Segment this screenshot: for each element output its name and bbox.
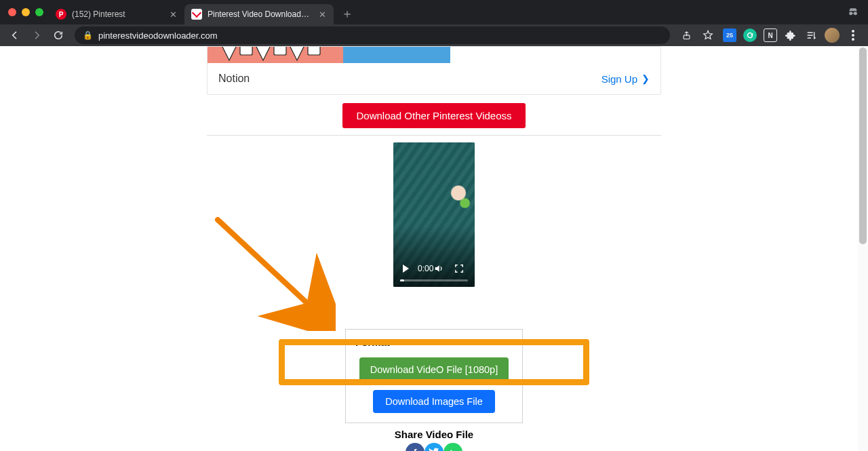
close-icon[interactable]: ✕ [168,9,178,19]
forward-button[interactable] [27,26,46,45]
downloader-icon [191,9,202,20]
share-icons: f [207,443,661,451]
pinterest-icon: P [56,9,66,20]
lock-icon: 🔒 [83,31,93,40]
grammarly-icon[interactable] [743,28,757,42]
profile-avatar[interactable] [825,28,840,43]
back-button[interactable] [5,26,24,45]
browser-tab-downloader[interactable]: Pinterest Video Downloader - D ✕ [184,4,334,24]
svg-point-1 [854,12,857,15]
svg-marker-6 [221,47,237,60]
chevron-right-icon: ❯ [642,73,650,84]
page-content: Notion Sign Up ❯ Download Other Pinteres… [207,46,661,451]
window-controls [5,0,49,24]
notion-icon[interactable]: N [764,28,777,42]
svg-point-4 [852,34,854,37]
format-box: Format Download VideO File [1080p] Downl… [345,329,523,423]
new-tab-button[interactable]: ＋ [338,4,357,23]
svg-marker-7 [255,47,271,60]
video-preview-wrap: 0:00 [207,142,661,287]
format-heading: Format [355,336,513,348]
volume-icon[interactable] [433,263,444,274]
svg-point-0 [849,12,852,15]
twitter-icon[interactable] [425,443,443,451]
reading-list-icon[interactable] [804,28,818,42]
play-icon[interactable] [400,263,411,274]
browser-toolbar: 🔒 pinterestvideodownloader.com 25 N [0,24,868,46]
window-close-button[interactable] [8,8,16,16]
tab-strip: P (152) Pinterest ✕ Pinterest Video Down… [0,0,868,24]
ad-cta-label: Sign Up [601,73,637,85]
page-viewport: Notion Sign Up ❯ Download Other Pinteres… [0,46,868,451]
download-video-button[interactable]: Download VideO File [1080p] [359,357,509,382]
divider [207,135,661,136]
url-text: pinterestvideodownloader.com [98,31,218,41]
scrollbar[interactable] [858,46,868,451]
ad-banner-graphic [208,47,660,63]
window-zoom-button[interactable] [35,8,43,16]
share-heading: Share Video File [207,429,661,440]
facebook-icon[interactable]: f [406,443,425,451]
ad-brand-name: Notion [218,73,250,85]
download-images-button[interactable]: Download Images File [373,390,494,413]
ad-card-notion: Notion Sign Up ❯ [207,46,661,95]
browser-chrome: P (152) Pinterest ✕ Pinterest Video Down… [0,0,868,46]
extension-badge-icon[interactable]: 25 [723,28,736,42]
close-icon[interactable]: ✕ [317,9,327,19]
svg-rect-11 [308,47,320,55]
scrollbar-thumb[interactable] [859,47,867,244]
browser-tab-pinterest[interactable]: P (152) Pinterest ✕ [49,4,184,24]
extensions-menu-icon[interactable] [784,28,797,42]
tab-title: Pinterest Video Downloader - D [208,9,312,19]
video-progress[interactable] [400,279,468,281]
bookmark-button[interactable] [698,26,717,45]
window-minimize-button[interactable] [22,8,30,16]
extension-icons: 25 N [720,28,863,43]
fullscreen-icon[interactable] [454,263,465,274]
incognito-icon [846,5,860,22]
more-icon[interactable] [474,263,475,274]
video-controls: 0:00 [393,263,475,281]
kebab-menu-icon[interactable] [846,28,860,42]
reload-button[interactable] [49,26,68,45]
tab-title: (152) Pinterest [72,9,163,19]
address-bar[interactable]: 🔒 pinterestvideodownloader.com [75,26,670,44]
svg-point-3 [852,30,854,33]
svg-marker-8 [289,47,305,60]
share-button[interactable] [677,26,696,45]
svg-point-5 [852,38,854,41]
ad-signup-link[interactable]: Sign Up ❯ [601,73,650,85]
video-player[interactable]: 0:00 [393,142,475,287]
svg-rect-9 [240,47,252,55]
whatsapp-icon[interactable] [443,443,462,451]
svg-rect-10 [274,47,286,55]
video-time: 0:00 [418,264,433,273]
download-other-button[interactable]: Download Other Pinterest Videoss [342,103,525,128]
